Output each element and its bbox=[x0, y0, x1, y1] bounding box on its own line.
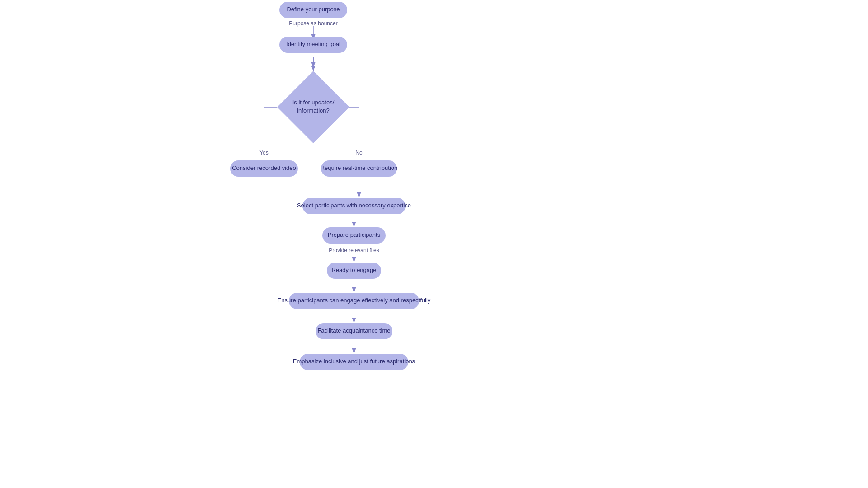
provide-files-label: Provide relevant files bbox=[329, 247, 379, 253]
diamond-label-line1: Is it for updates/ bbox=[292, 99, 335, 106]
diamond-label-line2: information? bbox=[297, 107, 330, 114]
flowchart-container: Define your purpose Purpose as bouncer I… bbox=[0, 0, 868, 488]
define-purpose-label: Define your purpose bbox=[287, 6, 340, 13]
select-participants-label: Select participants with necessary exper… bbox=[297, 202, 411, 209]
yes-label: Yes bbox=[259, 150, 269, 156]
ready-engage-label: Ready to engage bbox=[331, 267, 376, 273]
identify-goal-label: Identify meeting goal bbox=[286, 41, 340, 47]
no-label: No bbox=[355, 150, 363, 156]
prepare-participants-label: Prepare participants bbox=[328, 231, 381, 238]
recorded-video-label: Consider recorded video bbox=[232, 164, 296, 171]
real-time-label: Require real-time contribution bbox=[321, 164, 398, 171]
ensure-engage-label: Ensure participants can engage effective… bbox=[278, 297, 431, 304]
facilitate-label: Facilitate acquaintance time bbox=[317, 327, 390, 334]
purpose-bouncer-label: Purpose as bouncer bbox=[289, 20, 337, 27]
emphasize-label: Emphasize inclusive and just future aspi… bbox=[293, 358, 415, 365]
